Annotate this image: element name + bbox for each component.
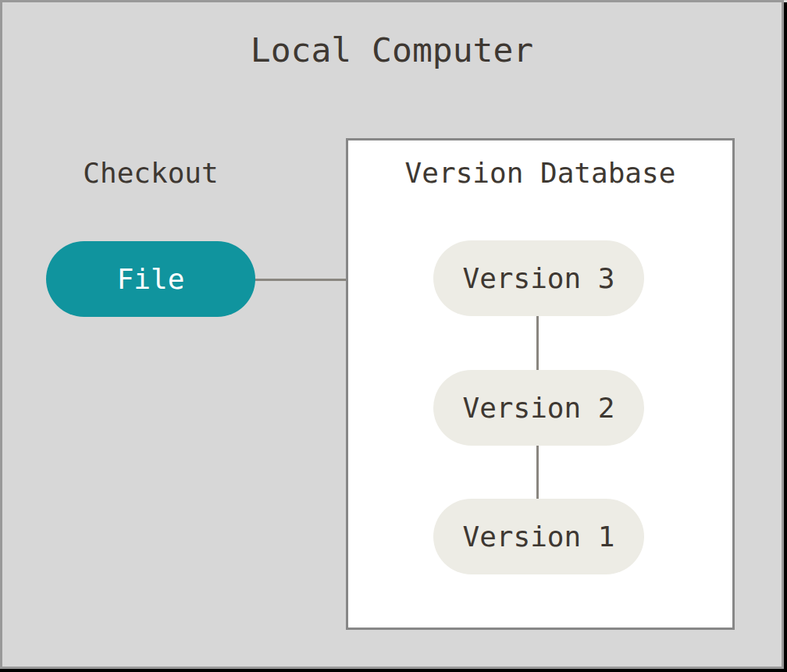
checkout-label: Checkout — [46, 157, 255, 190]
file-node: File — [46, 241, 255, 317]
version-3-label: Version 3 — [462, 262, 614, 294]
connector-version3-to-version2 — [536, 316, 539, 370]
version-2-node: Version 2 — [433, 370, 644, 446]
window-shadow-bottom — [0, 669, 787, 672]
version-2-label: Version 2 — [462, 392, 614, 424]
connector-version2-to-version1 — [536, 446, 539, 499]
diagram-canvas: Local Computer Checkout File Version Dat… — [2, 2, 782, 667]
version-database-title: Version Database — [348, 157, 732, 190]
version-database-box: Version Database Version 3 Version 2 Ver… — [346, 138, 735, 630]
window-shadow-right — [784, 2, 787, 672]
version-3-node: Version 3 — [433, 240, 644, 316]
version-1-node: Version 1 — [433, 499, 644, 574]
version-1-label: Version 1 — [462, 521, 614, 553]
local-computer-frame: Local Computer Checkout File Version Dat… — [0, 0, 784, 669]
file-node-label: File — [117, 263, 185, 295]
screenshot-stage: Local Computer Checkout File Version Dat… — [0, 0, 787, 672]
diagram-title: Local Computer — [2, 30, 782, 69]
